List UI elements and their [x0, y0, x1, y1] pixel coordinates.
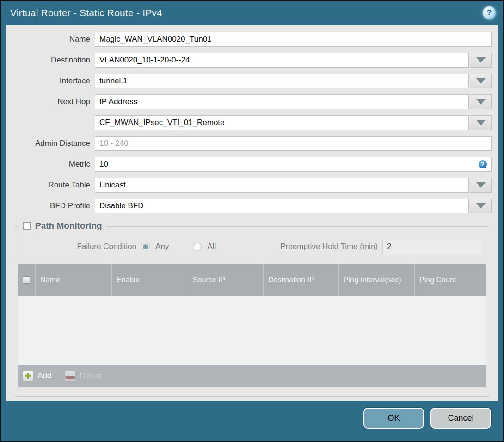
path-monitoring-legend: Path Monitoring — [19, 221, 106, 231]
ok-button[interactable]: OK — [363, 408, 424, 429]
chevron-down-icon — [476, 182, 486, 188]
table-body-empty — [18, 296, 486, 365]
form-row-bfd-profile: BFD Profile — [6, 199, 492, 213]
chevron-down-icon — [476, 99, 486, 105]
radio-all[interactable] — [193, 243, 202, 251]
route-table-input[interactable] — [95, 178, 469, 193]
metric-label: Metric — [6, 160, 95, 169]
next-hop-address-input[interactable] — [95, 115, 469, 130]
bfd-profile-dropdown-button[interactable] — [470, 199, 492, 213]
dialog-body: Name Destination Interface — [6, 25, 498, 401]
name-input[interactable] — [95, 32, 492, 47]
next-hop-type-dropdown-button[interactable] — [470, 94, 492, 109]
delete-button-label: Delete — [80, 371, 102, 380]
table-toolbar: ✚ Add ▬ Delete — [18, 365, 486, 387]
static-route-form: Name Destination Interface — [6, 32, 492, 219]
destination-input[interactable] — [95, 53, 469, 68]
dialog-titlebar: Virtual Router - Static Route - IPv4 — [1, 1, 503, 25]
delete-minus-icon: ▬ — [64, 370, 76, 382]
preemptive-hold-time-label: Preemptive Hold Time (min) — [280, 242, 382, 251]
failure-condition-label: Failure Condition — [15, 242, 141, 251]
destination-dropdown-button[interactable] — [470, 53, 492, 68]
add-button-label: Add — [37, 371, 51, 380]
admin-distance-label: Admin Distance — [6, 139, 95, 148]
admin-distance-input[interactable] — [95, 136, 492, 151]
chevron-down-icon — [476, 57, 486, 63]
table-header-source-ip: Source IP — [188, 264, 263, 296]
path-monitoring-table: Name Enable Source IP Destination IP Pin… — [18, 264, 486, 387]
dialog-title: Virtual Router - Static Route - IPv4 — [10, 7, 162, 19]
table-header-name: Name — [35, 264, 111, 296]
metric-help-icon[interactable]: ? — [479, 160, 487, 168]
failure-condition-any-option: Any — [141, 242, 169, 251]
path-monitoring-title: Path Monitoring — [35, 221, 102, 231]
add-button[interactable]: ✚ Add — [22, 370, 51, 382]
next-hop-type-input[interactable] — [95, 94, 469, 109]
cancel-button[interactable]: Cancel — [430, 408, 491, 429]
next-hop-label: Next Hop — [6, 97, 95, 106]
help-icon[interactable]: ? — [483, 6, 496, 19]
failure-condition-all-option: All — [193, 242, 216, 251]
form-row-destination: Destination — [6, 53, 492, 68]
add-plus-icon: ✚ — [22, 370, 34, 382]
form-row-next-hop-address — [6, 115, 492, 130]
table-header-ping-interval: Ping Interval(sec) — [338, 264, 414, 296]
path-monitoring-section: Path Monitoring Failure Condition Any Al… — [15, 226, 489, 397]
table-header-ping-count: Ping Count — [414, 264, 486, 296]
table-header-row: Name Enable Source IP Destination IP Pin… — [18, 264, 486, 296]
form-row-name: Name — [6, 32, 492, 47]
chevron-down-icon — [476, 120, 486, 125]
radio-all-label: All — [207, 242, 216, 251]
form-row-route-table: Route Table — [6, 178, 492, 193]
radio-any[interactable] — [141, 243, 150, 251]
destination-label: Destination — [6, 56, 95, 65]
failure-condition-row: Failure Condition Any All Preemptive Hol… — [15, 239, 483, 255]
route-table-dropdown-button[interactable] — [470, 178, 492, 193]
radio-any-label: Any — [155, 242, 169, 251]
next-hop-address-dropdown-button[interactable] — [470, 115, 492, 130]
chevron-down-icon — [476, 78, 486, 84]
form-row-next-hop: Next Hop — [6, 94, 492, 109]
route-table-label: Route Table — [6, 181, 95, 190]
delete-button[interactable]: ▬ Delete — [64, 370, 102, 382]
name-label: Name — [6, 35, 95, 44]
preemptive-hold-time-input[interactable] — [382, 240, 483, 254]
metric-input[interactable] — [95, 157, 492, 172]
table-header-destination-ip: Destination IP — [263, 264, 338, 296]
table-header-select-all — [18, 264, 35, 296]
interface-dropdown-button[interactable] — [470, 74, 492, 88]
static-route-dialog: Virtual Router - Static Route - IPv4 ? N… — [0, 0, 504, 442]
select-all-checkbox[interactable] — [23, 276, 30, 284]
form-row-interface: Interface — [6, 74, 492, 88]
table-header-enable: Enable — [111, 264, 188, 296]
form-row-admin-distance: Admin Distance — [6, 136, 492, 151]
bfd-profile-input[interactable] — [95, 199, 469, 213]
bfd-profile-label: BFD Profile — [6, 201, 95, 211]
form-row-metric: Metric ? — [6, 157, 492, 172]
chevron-down-icon — [476, 203, 486, 209]
interface-input[interactable] — [95, 74, 469, 88]
interface-label: Interface — [6, 76, 95, 86]
path-monitoring-checkbox[interactable] — [23, 222, 31, 230]
